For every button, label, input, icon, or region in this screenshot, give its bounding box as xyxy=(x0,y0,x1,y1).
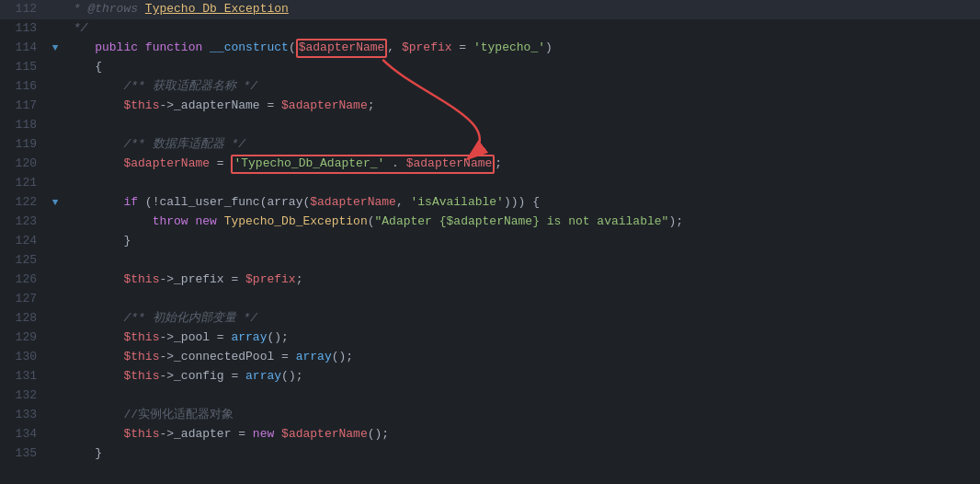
token-var: $this xyxy=(123,272,159,286)
token-plain: ( xyxy=(368,214,375,228)
token-kw: new xyxy=(253,427,274,441)
token-kw: public xyxy=(95,40,138,54)
token-plain: } xyxy=(66,234,131,248)
code-content: $this->_connectedPool = array(); xyxy=(63,348,353,367)
fold-icon[interactable]: ▼ xyxy=(48,40,63,57)
token-plain xyxy=(202,40,210,54)
token-plain: ; xyxy=(368,98,375,112)
code-line: 115 { xyxy=(0,58,980,77)
token-plain: (!call_user_func(array( xyxy=(138,195,310,209)
token-plain: (); xyxy=(267,330,288,344)
token-plain: , xyxy=(387,40,402,54)
code-content: /** 获取适配器名称 */ xyxy=(63,77,257,97)
code-line: 116 /** 获取适配器名称 */ xyxy=(0,77,980,97)
code-content: */ xyxy=(63,19,87,39)
code-line: 123 throw new Typecho_Db_Exception("Adap… xyxy=(0,213,980,232)
token-plain xyxy=(217,214,224,228)
line-number: 120 xyxy=(0,155,48,174)
code-line: 121 xyxy=(0,174,980,193)
token-str: "Adapter {$adapterName} is not available… xyxy=(375,214,669,228)
token-plain xyxy=(66,330,123,344)
token-str: 'isAvailable' xyxy=(411,195,504,209)
token-plain: ( xyxy=(289,40,296,54)
code-line: 113 */ xyxy=(0,19,980,39)
token-kw: function xyxy=(145,40,202,54)
highlight-param: $adapterName xyxy=(296,39,388,58)
code-content: $this->_adapterName = $adapterName; xyxy=(63,97,375,116)
token-plain: ->_adapter = xyxy=(159,427,252,441)
token-var: $adapterName xyxy=(281,98,368,112)
token-plain xyxy=(66,137,123,151)
token-comment: /** 初始化内部变量 */ xyxy=(123,311,257,325)
token-plain: ->_pool = xyxy=(159,330,231,344)
line-number: 114 xyxy=(0,39,48,58)
line-number: 129 xyxy=(0,328,48,348)
token-plain xyxy=(138,40,145,54)
token-plain: ->_prefix = xyxy=(159,272,245,286)
token-plain: } xyxy=(66,446,102,460)
line-number: 113 xyxy=(0,19,48,39)
token-plain xyxy=(66,40,95,54)
token-var: $adapterName xyxy=(123,156,210,170)
token-plain xyxy=(66,214,153,228)
token-var: $adapterName xyxy=(281,427,368,441)
line-number: 134 xyxy=(0,425,48,444)
token-plain xyxy=(66,156,123,170)
line-number: 115 xyxy=(0,58,48,77)
token-var: $this xyxy=(123,427,159,441)
line-number: 128 xyxy=(0,309,48,328)
code-content: $this->_adapter = new $adapterName(); xyxy=(63,425,389,444)
code-line: 130 $this->_connectedPool = array(); xyxy=(0,348,980,367)
code-content: public function __construct($adapterName… xyxy=(63,39,553,58)
code-line: 114▼ public function __construct($adapte… xyxy=(0,39,980,58)
token-plain: ))) { xyxy=(504,195,540,209)
token-plain: ->_adapterName = xyxy=(159,98,281,112)
code-content: /** 初始化内部变量 */ xyxy=(63,309,257,328)
code-line: 112 * @throws Typecho_Db_Exception xyxy=(0,0,980,19)
line-number: 130 xyxy=(0,348,48,367)
line-number: 132 xyxy=(0,386,48,406)
token-plain: { xyxy=(66,60,102,74)
line-number: 112 xyxy=(0,0,48,19)
token-plain: ; xyxy=(495,156,502,170)
token-plain: , xyxy=(396,195,411,209)
line-number: 126 xyxy=(0,271,48,290)
token-plain: ->_connectedPool = xyxy=(159,350,295,363)
code-line: 118 xyxy=(0,116,980,135)
token-var: $this xyxy=(123,98,159,112)
token-kw: throw xyxy=(153,214,188,228)
code-line: 134 $this->_adapter = new $adapterName()… xyxy=(0,425,980,444)
token-fn: array xyxy=(245,369,281,383)
token-plain: ; xyxy=(296,272,303,286)
token-plain xyxy=(66,79,123,93)
token-plain: ->_config = xyxy=(159,369,245,383)
code-content: /** 数据库适配器 */ xyxy=(63,135,245,155)
token-plain: (); xyxy=(332,350,353,363)
line-number: 118 xyxy=(0,116,48,135)
code-content: $this->_prefix = $prefix; xyxy=(63,271,302,290)
token-plain xyxy=(66,311,123,325)
line-number: 122 xyxy=(0,193,48,213)
token-comment: * @throws xyxy=(66,2,145,16)
fold-icon[interactable]: ▼ xyxy=(48,195,63,212)
line-number: 133 xyxy=(0,406,48,425)
line-number: 121 xyxy=(0,174,48,193)
token-plain xyxy=(66,350,123,363)
token-plain xyxy=(66,408,123,421)
token-var: $this xyxy=(123,350,159,363)
code-line: 133 //实例化适配器对象 xyxy=(0,406,980,425)
code-line: 129 $this->_pool = array(); xyxy=(0,328,980,348)
token-plain: = xyxy=(452,40,473,54)
token-kw: new xyxy=(195,214,216,228)
token-comment: /** 获取适配器名称 */ xyxy=(123,79,257,93)
code-line: 120 $adapterName = 'Typecho_Db_Adapter_'… xyxy=(0,155,980,174)
code-line: 135 } xyxy=(0,444,980,464)
line-number: 116 xyxy=(0,77,48,97)
code-content: $adapterName = 'Typecho_Db_Adapter_' . $… xyxy=(63,155,502,174)
code-line: 126 $this->_prefix = $prefix; xyxy=(0,271,980,290)
code-line: 122▼ if (!call_user_func(array($adapterN… xyxy=(0,193,980,213)
code-content: } xyxy=(63,444,102,464)
token-plain xyxy=(274,427,281,441)
token-fn: array xyxy=(231,330,267,344)
token-comment: */ xyxy=(66,21,87,35)
